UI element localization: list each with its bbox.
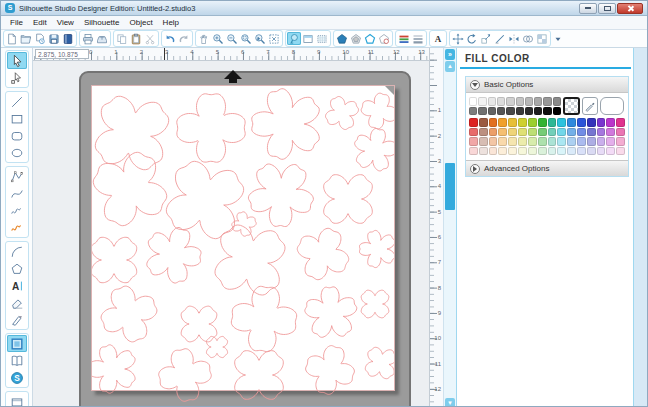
fill-gradient-panel-button[interactable] <box>397 32 411 45</box>
menu-view[interactable]: View <box>52 17 79 28</box>
color-swatch[interactable] <box>587 137 596 146</box>
gray-swatch[interactable] <box>534 107 542 116</box>
gray-swatch[interactable] <box>525 107 533 116</box>
flower-shape[interactable] <box>324 175 373 224</box>
color-swatch[interactable] <box>557 147 566 156</box>
gray-swatch[interactable] <box>516 97 524 106</box>
scroll-up-button[interactable]: ▲ <box>445 61 455 72</box>
color-swatch[interactable] <box>469 137 478 146</box>
select-tool[interactable] <box>7 52 27 69</box>
flower-shape[interactable] <box>147 228 201 284</box>
gray-swatch[interactable] <box>488 97 496 106</box>
weld-panel-button[interactable] <box>521 32 535 45</box>
gray-swatch[interactable] <box>525 97 533 106</box>
gray-swatch[interactable] <box>488 107 496 116</box>
fit-to-page-button[interactable] <box>267 32 281 45</box>
mirror-panel-button[interactable] <box>507 32 521 45</box>
shear-panel-button[interactable] <box>493 32 507 45</box>
line-color-panel-button[interactable] <box>363 32 377 45</box>
freehand-tool[interactable] <box>7 202 27 219</box>
print-button[interactable] <box>81 32 95 45</box>
color-swatch[interactable] <box>548 147 557 156</box>
rectangle-tool[interactable] <box>7 110 27 127</box>
pan-tool-button[interactable] <box>197 32 211 45</box>
polygon-tool[interactable] <box>7 168 27 185</box>
flower-shape[interactable] <box>365 347 396 378</box>
color-swatch[interactable] <box>469 128 478 137</box>
page-thumbnail[interactable] <box>7 393 27 407</box>
transform-panel-button[interactable] <box>451 32 465 45</box>
page-settings-button[interactable] <box>301 32 315 45</box>
color-swatch[interactable] <box>479 147 488 156</box>
drag-zoom-button[interactable] <box>253 32 267 45</box>
gray-swatch[interactable] <box>497 97 505 106</box>
expand-section-button[interactable] <box>470 164 480 174</box>
fill-color-panel-button[interactable] <box>335 32 349 45</box>
color-swatch[interactable] <box>498 118 507 127</box>
undo-button[interactable] <box>163 32 177 45</box>
color-swatch[interactable] <box>548 128 557 137</box>
menu-file[interactable]: File <box>5 17 28 28</box>
color-swatch[interactable] <box>489 137 498 146</box>
gray-swatch[interactable] <box>469 107 477 116</box>
zoom-selection-button[interactable] <box>239 32 253 45</box>
color-swatch[interactable] <box>616 118 625 127</box>
color-swatch[interactable] <box>508 118 517 127</box>
flower-shape[interactable] <box>159 349 212 402</box>
basic-options-header[interactable]: Basic Options <box>466 77 628 93</box>
edit-points-tool[interactable] <box>7 69 27 86</box>
color-swatch[interactable] <box>479 118 488 127</box>
flower-shape[interactable] <box>361 290 389 318</box>
color-swatch[interactable] <box>577 128 586 137</box>
color-swatch[interactable] <box>518 118 527 127</box>
flower-shape[interactable] <box>361 93 397 129</box>
flower-shape[interactable] <box>252 89 319 160</box>
line-tool[interactable] <box>7 93 27 110</box>
workspace[interactable] <box>33 60 430 407</box>
gray-swatch[interactable] <box>469 97 477 106</box>
color-swatch[interactable] <box>577 147 586 156</box>
vertical-scrollbar[interactable]: » ▲ ▼ <box>443 48 456 407</box>
redo-button[interactable] <box>177 32 191 45</box>
color-swatch[interactable] <box>469 118 478 127</box>
flower-shape[interactable] <box>306 346 355 395</box>
rotate-panel-button[interactable] <box>465 32 479 45</box>
color-swatch[interactable] <box>557 137 566 146</box>
menu-help[interactable]: Help <box>158 17 184 28</box>
eraser-tool[interactable] <box>7 294 27 311</box>
zoom-tools-button[interactable] <box>287 32 301 45</box>
gray-swatch[interactable] <box>478 97 486 106</box>
flower-shape[interactable] <box>101 286 157 342</box>
ellipse-tool[interactable] <box>7 144 27 161</box>
maximize-button[interactable] <box>598 3 616 14</box>
color-swatch[interactable] <box>577 137 586 146</box>
color-swatch[interactable] <box>538 128 547 137</box>
text-tool[interactable] <box>7 277 27 294</box>
white-swatch[interactable] <box>600 97 624 115</box>
flower-shape[interactable] <box>206 336 227 357</box>
color-swatch[interactable] <box>606 147 615 156</box>
paste-button[interactable] <box>129 32 143 45</box>
eyedropper-swatch[interactable] <box>582 97 598 115</box>
color-swatch[interactable] <box>616 147 625 156</box>
flower-shape[interactable] <box>297 228 348 279</box>
color-swatch[interactable] <box>528 137 537 146</box>
flower-shape[interactable] <box>235 351 284 400</box>
open-button[interactable] <box>19 32 33 45</box>
library-button[interactable] <box>7 352 27 369</box>
color-swatch[interactable] <box>528 118 537 127</box>
color-swatch[interactable] <box>567 137 576 146</box>
open-recent-button[interactable] <box>33 32 47 45</box>
flower-shape[interactable] <box>177 94 245 162</box>
panel-collapse-button[interactable]: » <box>445 49 455 60</box>
color-swatch[interactable] <box>606 118 615 127</box>
color-swatch[interactable] <box>508 128 517 137</box>
fill-color-tool[interactable] <box>7 335 27 352</box>
color-swatch[interactable] <box>548 137 557 146</box>
scroll-down-button[interactable]: ▼ <box>445 398 455 407</box>
gray-swatch[interactable] <box>553 97 561 106</box>
color-swatch[interactable] <box>597 137 606 146</box>
flower-shape[interactable] <box>305 287 357 337</box>
knife-tool[interactable] <box>7 311 27 328</box>
collapse-section-button[interactable] <box>470 80 480 90</box>
